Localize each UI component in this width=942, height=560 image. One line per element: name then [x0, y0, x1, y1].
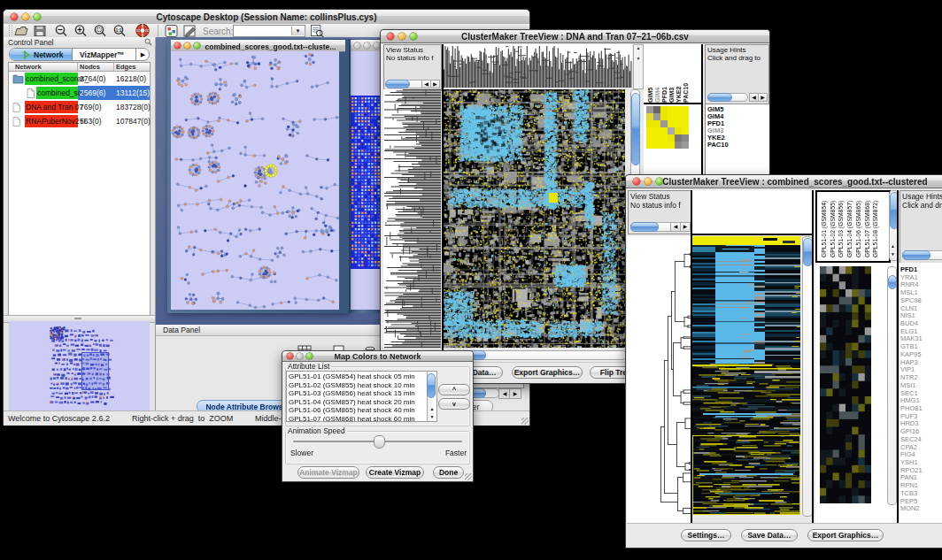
svg-text:1:1: 1:1	[116, 28, 122, 33]
